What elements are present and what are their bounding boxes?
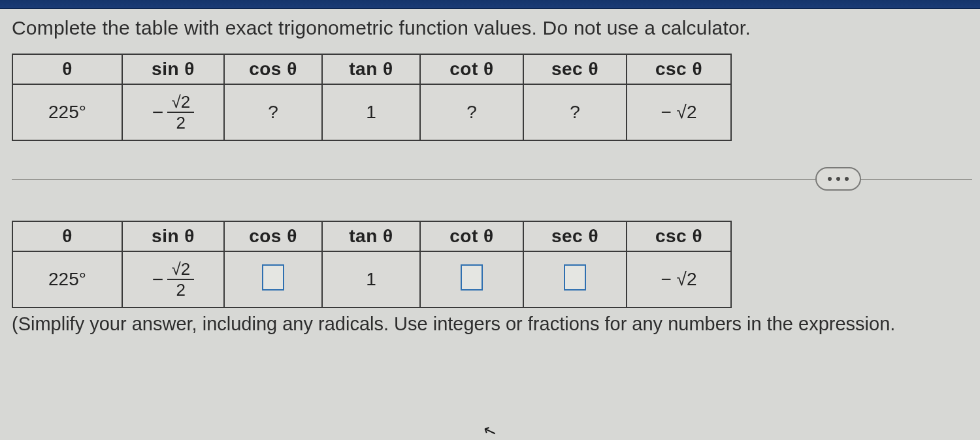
cell-sec: ? xyxy=(523,84,627,140)
header-sec: sec θ xyxy=(523,221,627,251)
fraction-numerator: √2 xyxy=(167,260,194,280)
header-sin: sin θ xyxy=(122,221,224,251)
cell-cot: ? xyxy=(420,84,523,140)
cell-tan: 1 xyxy=(322,84,420,140)
more-options-button[interactable] xyxy=(815,167,861,191)
header-cot: cot θ xyxy=(420,221,523,251)
header-theta: θ xyxy=(12,54,122,84)
cell-sin: − √2 2 xyxy=(122,84,224,140)
answer-input-cot[interactable] xyxy=(461,264,483,291)
table-header-row: θ sin θ cos θ tan θ cot θ sec θ csc θ xyxy=(12,221,731,251)
table-row: 225° − √2 2 1 xyxy=(12,251,731,307)
fraction: − √2 2 xyxy=(152,93,194,131)
header-theta: θ xyxy=(12,221,122,251)
table-row: 225° − √2 2 ? 1 ? ? − √2 xyxy=(12,84,731,140)
header-sec: sec θ xyxy=(523,54,627,84)
question-content: Complete the table with exact trigonomet… xyxy=(0,9,980,335)
fraction-denominator: 2 xyxy=(176,280,186,298)
cell-csc: − √2 xyxy=(627,84,731,140)
table-header-row: θ sin θ cos θ tan θ cot θ sec θ csc θ xyxy=(12,54,731,84)
header-cot: cot θ xyxy=(420,54,523,84)
header-cos: cos θ xyxy=(224,54,322,84)
fraction-denominator: 2 xyxy=(176,113,186,131)
fraction-stack: √2 2 xyxy=(167,260,194,298)
trig-table-answer: θ sin θ cos θ tan θ cot θ sec θ csc θ 22… xyxy=(12,221,732,308)
simplify-hint: (Simplify your answer, including any rad… xyxy=(12,313,968,335)
cell-sec-input xyxy=(523,251,627,307)
dot-icon xyxy=(845,177,849,181)
header-tan: tan θ xyxy=(322,221,420,251)
cell-cot-input xyxy=(420,251,523,307)
header-tan: tan θ xyxy=(322,54,420,84)
cell-angle: 225° xyxy=(12,84,122,140)
dot-icon xyxy=(828,177,832,181)
section-divider xyxy=(12,179,972,180)
cell-cos: ? xyxy=(224,84,322,140)
cell-csc: − √2 xyxy=(627,251,731,307)
cursor-icon: ↖ xyxy=(481,420,499,440)
header-sin: sin θ xyxy=(122,54,224,84)
question-prompt: Complete the table with exact trigonomet… xyxy=(12,17,968,39)
minus-sign: − xyxy=(152,268,168,291)
fraction-stack: √2 2 xyxy=(167,93,194,131)
cell-angle: 225° xyxy=(12,251,122,307)
cell-cos-input xyxy=(224,251,322,307)
trig-table-question: θ sin θ cos θ tan θ cot θ sec θ csc θ 22… xyxy=(12,54,732,141)
cell-sin: − √2 2 xyxy=(122,251,224,307)
header-cos: cos θ xyxy=(224,221,322,251)
window-titlebar xyxy=(0,0,980,9)
dot-icon xyxy=(836,177,840,181)
header-csc: csc θ xyxy=(627,221,731,251)
cell-tan: 1 xyxy=(322,251,420,307)
fraction-numerator: √2 xyxy=(167,93,194,113)
header-csc: csc θ xyxy=(627,54,731,84)
answer-input-sec[interactable] xyxy=(564,264,586,291)
minus-sign: − xyxy=(152,101,168,123)
fraction: − √2 2 xyxy=(152,260,194,298)
answer-input-cos[interactable] xyxy=(262,264,284,291)
